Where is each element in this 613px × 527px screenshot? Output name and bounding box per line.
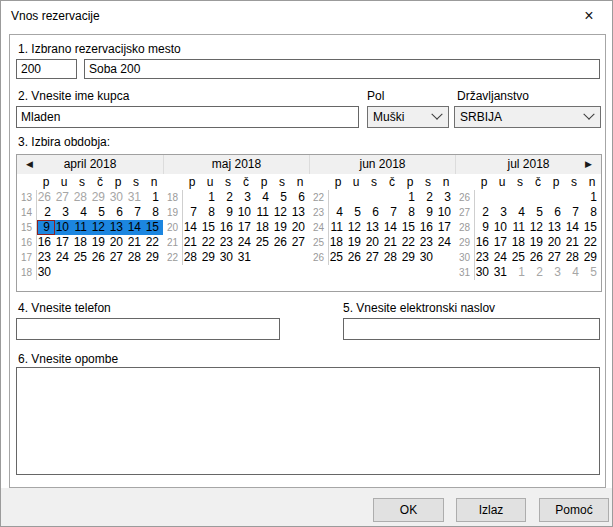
phone-input[interactable] — [16, 318, 280, 340]
calendar-day[interactable]: 19 — [91, 235, 109, 250]
calendar-day[interactable]: 2 — [219, 190, 237, 205]
calendar-day[interactable]: 23 — [219, 235, 237, 250]
calendar-day[interactable]: 25 — [511, 250, 529, 265]
calendar-day[interactable]: 26 — [529, 250, 547, 265]
calendar-day[interactable]: 21 — [183, 235, 201, 250]
calendar-day[interactable]: 30 — [475, 265, 493, 280]
calendar-day[interactable]: 13 — [291, 205, 309, 220]
calendar-day[interactable]: 26 — [37, 190, 55, 205]
calendar-day[interactable]: 17 — [437, 220, 455, 235]
calendar-day[interactable]: 19 — [529, 235, 547, 250]
calendar-day[interactable]: 29 — [201, 250, 219, 265]
calendar-day[interactable]: 30 — [419, 250, 437, 265]
calendar-day[interactable]: 16 — [219, 220, 237, 235]
calendar-day[interactable]: 8 — [583, 205, 601, 220]
calendar-day[interactable]: 27 — [55, 190, 73, 205]
calendar-day[interactable]: 12 — [529, 220, 547, 235]
calendar-day[interactable]: 27 — [547, 250, 565, 265]
calendar-day[interactable]: 21 — [565, 235, 583, 250]
calendar-day[interactable]: 14 — [383, 220, 401, 235]
calendar-day[interactable]: 20 — [291, 220, 309, 235]
calendar-day[interactable]: 22 — [145, 235, 163, 250]
calendar-day[interactable]: 5 — [91, 205, 109, 220]
calendar-day[interactable]: 27 — [365, 250, 383, 265]
calendar-day[interactable]: 5 — [583, 265, 601, 280]
calendar-day[interactable]: 23 — [475, 250, 493, 265]
calendar-day[interactable]: 28 — [383, 250, 401, 265]
calendar-day[interactable]: 23 — [419, 235, 437, 250]
calendar-day[interactable]: 6 — [547, 205, 565, 220]
calendar-day[interactable]: 7 — [127, 205, 145, 220]
calendar-day[interactable]: 17 — [493, 235, 511, 250]
calendar-day[interactable]: 26 — [91, 250, 109, 265]
exit-button[interactable]: Izlaz — [456, 498, 526, 522]
calendar-day-today[interactable]: 9 — [37, 220, 55, 235]
calendar-day[interactable]: 14 — [565, 220, 583, 235]
calendar-day[interactable]: 16 — [37, 235, 55, 250]
calendar-day[interactable]: 28 — [183, 250, 201, 265]
calendar-day[interactable]: 15 — [145, 220, 163, 235]
gender-select[interactable]: Muški — [367, 106, 449, 128]
calendar-day[interactable]: 6 — [109, 205, 127, 220]
calendar-day[interactable]: 6 — [291, 190, 309, 205]
calendar-day[interactable]: 15 — [201, 220, 219, 235]
calendar-day[interactable]: 22 — [201, 235, 219, 250]
calendar-day[interactable]: 28 — [565, 250, 583, 265]
calendar-day[interactable]: 24 — [237, 235, 255, 250]
calendar-day[interactable]: 3 — [55, 205, 73, 220]
calendar-day[interactable]: 14 — [183, 220, 201, 235]
calendar-day[interactable]: 25 — [73, 250, 91, 265]
notes-textarea[interactable] — [16, 367, 600, 475]
calendar-day[interactable]: 27 — [291, 235, 309, 250]
calendar-day[interactable]: 16 — [475, 235, 493, 250]
calendar-day[interactable]: 25 — [255, 235, 273, 250]
calendar-day[interactable]: 15 — [401, 220, 419, 235]
calendar-day[interactable]: 24 — [437, 235, 455, 250]
calendar-day[interactable]: 23 — [37, 250, 55, 265]
calendar-day[interactable]: 7 — [183, 205, 201, 220]
citizenship-select[interactable]: SRBIJA — [454, 106, 601, 128]
calendar-day[interactable]: 18 — [329, 235, 347, 250]
calendar-day[interactable]: 15 — [583, 220, 601, 235]
calendar-day[interactable]: 7 — [565, 205, 583, 220]
email-input[interactable] — [343, 318, 600, 340]
calendar-day[interactable]: 12 — [91, 220, 109, 235]
calendar-day[interactable]: 13 — [547, 220, 565, 235]
calendar-day[interactable]: 3 — [437, 190, 455, 205]
calendar-day[interactable]: 10 — [493, 220, 511, 235]
calendar-day[interactable]: 20 — [109, 235, 127, 250]
calendar-day[interactable]: 11 — [73, 220, 91, 235]
calendar-day[interactable]: 28 — [73, 190, 91, 205]
calendar-day[interactable]: 18 — [73, 235, 91, 250]
calendar-day[interactable]: 30 — [37, 265, 55, 280]
calendar-day[interactable]: 1 — [511, 265, 529, 280]
calendar-prev-icon[interactable]: ◀ — [26, 155, 33, 174]
calendar-day[interactable]: 19 — [347, 235, 365, 250]
calendar-day[interactable]: 1 — [583, 190, 601, 205]
calendar-day[interactable]: 21 — [383, 235, 401, 250]
calendar-day[interactable]: 4 — [255, 190, 273, 205]
calendar-day[interactable]: 24 — [493, 250, 511, 265]
calendar-day[interactable]: 8 — [201, 205, 219, 220]
calendar-day[interactable]: 12 — [347, 220, 365, 235]
calendar-day[interactable]: 18 — [511, 235, 529, 250]
calendar-day[interactable]: 9 — [475, 220, 493, 235]
calendar-day[interactable]: 11 — [329, 220, 347, 235]
customer-name-input[interactable] — [16, 106, 359, 128]
calendar-day[interactable]: 3 — [493, 205, 511, 220]
calendar-day[interactable]: 6 — [365, 205, 383, 220]
calendar-day[interactable]: 13 — [365, 220, 383, 235]
calendar-next-icon[interactable]: ▶ — [585, 155, 592, 174]
calendar-day[interactable]: 12 — [273, 205, 291, 220]
calendar-day[interactable]: 29 — [145, 250, 163, 265]
calendar-day[interactable]: 24 — [55, 250, 73, 265]
calendar-day[interactable]: 5 — [529, 205, 547, 220]
calendar-day[interactable]: 25 — [329, 250, 347, 265]
calendar-day[interactable]: 9 — [419, 205, 437, 220]
room-code-input[interactable] — [16, 59, 77, 79]
calendar-day[interactable]: 7 — [383, 205, 401, 220]
calendar-day[interactable]: 13 — [109, 220, 127, 235]
calendar-day[interactable]: 2 — [37, 205, 55, 220]
room-name-input[interactable] — [84, 59, 600, 79]
calendar-day[interactable]: 9 — [219, 205, 237, 220]
